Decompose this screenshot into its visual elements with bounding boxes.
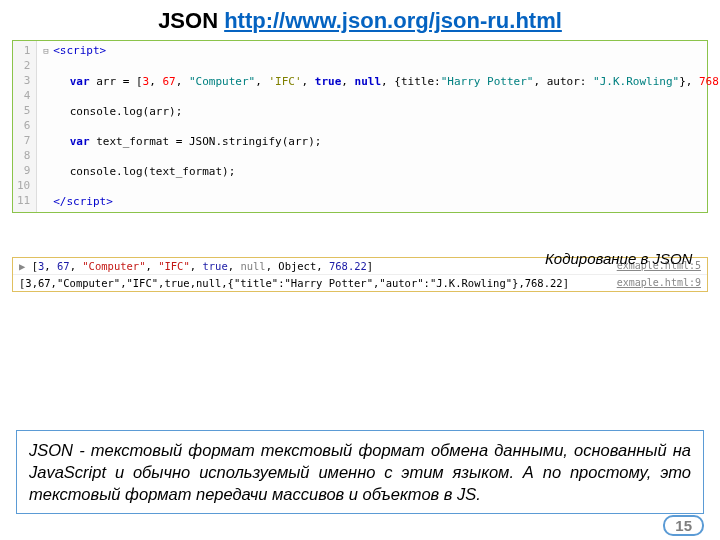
console-output-2: [3,67,"Computer","IFC",true,null,{"title… [19, 277, 569, 289]
line-num: 11 [17, 193, 30, 208]
line-num: 1 [17, 43, 30, 58]
line-num: 10 [17, 178, 30, 193]
num: 3 [38, 260, 44, 272]
num: 3 [143, 75, 150, 88]
console-output-1: ▶ [3, 67, "Computer", "IFC", true, null,… [19, 260, 373, 272]
bool: true [315, 75, 342, 88]
code-text: , {title: [381, 75, 441, 88]
code-text: console.log(arr); [70, 105, 183, 118]
null: null [355, 75, 382, 88]
str: 'IFC' [268, 75, 301, 88]
num: 67 [57, 260, 70, 272]
kw-var: var [70, 75, 90, 88]
line-num: 5 [17, 103, 30, 118]
code-text: , autor: [533, 75, 593, 88]
str: "Computer" [82, 260, 145, 272]
line-num: 3 [17, 73, 30, 88]
title-row: JSON http://www.json.org/json-ru.html [0, 0, 720, 40]
line-num: 4 [17, 88, 30, 103]
bracket: ] [367, 260, 373, 272]
line-num: 9 [17, 163, 30, 178]
fold-icon: ⊟ [43, 44, 53, 59]
num: 768.22 [329, 260, 367, 272]
str: "Computer" [189, 75, 255, 88]
code-text: console.log(text_format); [70, 165, 236, 178]
fold-icon [43, 195, 53, 210]
code-close: </script> [53, 195, 113, 208]
str: "IFC" [158, 260, 190, 272]
code-text: arr = [ [90, 75, 143, 88]
line-num: 2 [17, 58, 30, 73]
code-lines: ⊟<script> var arr = [3, 67, "Computer", … [37, 41, 720, 212]
code-text: }, [679, 75, 699, 88]
null: null [240, 260, 265, 272]
title-link[interactable]: http://www.json.org/json-ru.html [224, 8, 562, 33]
code-gutter: 1 2 3 4 5 6 7 8 9 10 11 [13, 41, 37, 212]
str: "Harry Potter" [441, 75, 534, 88]
title-prefix: JSON [158, 8, 224, 33]
num: 67 [162, 75, 175, 88]
kw-var: var [70, 135, 90, 148]
console-source-link[interactable]: exmaple.html:9 [617, 277, 701, 289]
console-row: [3,67,"Computer","IFC",true,null,{"title… [13, 275, 707, 291]
page-number: 15 [663, 515, 704, 536]
code-text: text_format = JSON.stringify(arr); [90, 135, 322, 148]
expand-icon[interactable]: ▶ [19, 260, 32, 272]
line-num: 6 [17, 118, 30, 133]
str: "J.K.Rowling" [593, 75, 679, 88]
encoding-label: Кодирование в JSON [545, 250, 705, 267]
code-block: 1 2 3 4 5 6 7 8 9 10 11 ⊟<script> var ar… [12, 40, 708, 213]
obj: Object [278, 260, 316, 272]
bool: true [202, 260, 227, 272]
code-l1: <script> [53, 44, 106, 57]
num: 768.22 [699, 75, 720, 88]
description-box: JSON - текстовый формат текстовый формат… [16, 430, 704, 514]
line-num: 8 [17, 148, 30, 163]
line-num: 7 [17, 133, 30, 148]
